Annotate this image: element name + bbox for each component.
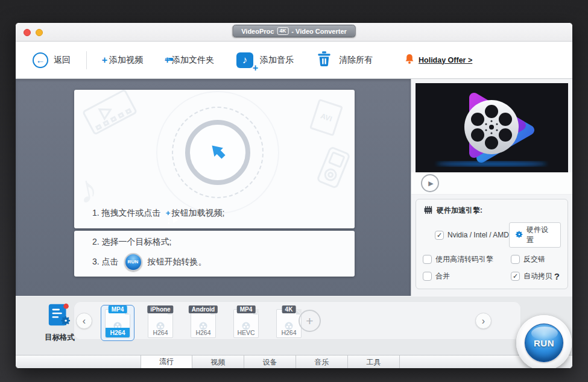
run-inline-icon: RUN <box>124 253 142 271</box>
merge-label: 合并 <box>435 271 450 281</box>
hw-title: 硬件加速引擎: <box>437 205 482 216</box>
hd-engine-label: 使用高清转码引擎 <box>435 254 493 265</box>
category-tabbar: 流行 视频 设备 音乐 工具 <box>16 355 572 368</box>
gpu-label: Nvidia / Intel / AMD <box>447 231 509 239</box>
format-name-badge: Android <box>189 305 218 313</box>
step1-text-suffix: 按钮加载视频; <box>172 208 225 219</box>
run-button[interactable]: RUN <box>525 324 563 362</box>
bell-icon <box>405 53 414 67</box>
run-label: RUN <box>534 338 554 348</box>
hardware-settings-panel: 硬件加速引擎: ✓ Nvidia / Intel / AMD <box>416 199 568 289</box>
file-icon: H264 <box>105 309 130 338</box>
step1-text-prefix: 1. 拖拽文件或点击 <box>92 208 161 219</box>
4k-badge: 4K <box>277 27 288 35</box>
close-button[interactable] <box>24 29 31 36</box>
back-arrow-icon: ← <box>33 52 48 68</box>
help-button[interactable]: ? <box>554 271 561 281</box>
toolbar-divider <box>86 51 87 69</box>
avi-watermark-icon: AVI <box>309 99 343 136</box>
traffic-lights <box>24 29 43 36</box>
videoproc-window: VideoProc 4K - Video Converter ← 返回 <box>15 22 573 369</box>
deinterlace-label: 反交错 <box>523 254 545 265</box>
gpu-checkbox[interactable]: ✓ <box>435 231 444 240</box>
back-label: 返回 <box>54 55 71 66</box>
main-area: AVI ♪ <box>16 79 411 296</box>
step2-text: 2. 选择一个目标格式; <box>92 237 171 248</box>
file-icon: HEVC <box>233 309 259 338</box>
add-format-button[interactable]: + <box>299 310 321 332</box>
chevron-right-icon: › <box>482 316 485 327</box>
chip-icon <box>423 206 434 216</box>
step2-instruction: 2. 选择一个目标格式; <box>92 237 337 248</box>
auto-copy-checkbox[interactable]: ✓ <box>511 272 520 281</box>
run-button-bezel: RUN <box>516 315 572 368</box>
format-bar: 目标格式 ‹ <box>16 296 572 355</box>
trash-icon <box>316 50 332 70</box>
cursor-arrow-icon <box>206 140 229 165</box>
gear-icon <box>515 230 523 240</box>
drop-target-button[interactable] <box>185 120 250 185</box>
back-button[interactable]: ← 返回 <box>33 52 71 68</box>
scroll-left-button[interactable]: ‹ <box>76 313 92 329</box>
target-format-icon <box>46 321 73 331</box>
holiday-offer-link[interactable]: Holiday Offer > <box>405 53 472 67</box>
add-folder-label: 添加文件夹 <box>172 55 214 66</box>
preview-controls: ▶ <box>411 172 572 195</box>
hw-settings-button[interactable]: 硬件设置 <box>509 222 561 248</box>
options-row-2: 合并 ✓ 自动拷贝 ? <box>423 271 561 281</box>
clear-all-button[interactable]: 清除所有 <box>316 50 373 70</box>
hw-settings-label: 硬件设置 <box>526 225 555 245</box>
video-preview <box>416 83 568 172</box>
format-name-badge: MP4 <box>237 305 256 313</box>
deinterlace-checkbox[interactable] <box>511 255 520 264</box>
add-music-label: 添加音乐 <box>260 55 294 66</box>
steps-panel: 2. 选择一个目标格式; 3. 点击 RUN 按钮开始转换。 <box>74 231 355 277</box>
add-music-icon: ♪ + <box>236 52 253 68</box>
app-name: VideoProc <box>241 28 274 35</box>
file-icon: H264 <box>191 309 216 338</box>
step3-text-suffix: 按钮开始转换。 <box>148 257 207 268</box>
tab-tools[interactable]: 工具 <box>348 355 400 368</box>
auto-copy-label: 自动拷贝 <box>523 271 552 281</box>
step3-instruction: 3. 点击 RUN 按钮开始转换。 <box>92 253 337 271</box>
window-title: VideoProc 4K - Video Converter <box>232 25 356 37</box>
clear-all-label: 清除所有 <box>339 55 373 66</box>
play-button[interactable]: ▶ <box>421 174 439 192</box>
toolbar: ← 返回 + 添加视频 + 添加文件夹 <box>16 42 572 79</box>
codec-label: H264 <box>191 329 215 336</box>
hd-engine-checkbox[interactable] <box>423 255 432 264</box>
format-cards: H264 MP4 H264 <box>101 305 306 341</box>
tab-video[interactable]: 视频 <box>192 355 244 368</box>
step3-text-prefix: 3. 点击 <box>92 257 119 268</box>
tab-popular[interactable]: 流行 <box>141 355 192 368</box>
tab-device[interactable]: 设备 <box>244 355 296 368</box>
gpu-option-row: ✓ Nvidia / Intel / AMD 硬件设置 <box>423 222 561 248</box>
hw-title-row: 硬件加速引擎: <box>423 205 561 216</box>
plus-icon: + <box>306 315 313 327</box>
codec-label: HEVC <box>234 329 258 336</box>
merge-checkbox[interactable] <box>423 272 432 281</box>
step1-instruction: 1. 拖拽文件或点击 + 按钮加载视频; <box>92 208 224 219</box>
file-icon: H264 <box>276 309 302 338</box>
drop-zone[interactable]: AVI ♪ <box>74 90 355 228</box>
codec-label: H264 <box>106 328 130 337</box>
filmstrip-watermark-icon <box>80 90 139 137</box>
format-card-android-h264[interactable]: H264 Android <box>186 305 220 341</box>
scroll-right-button[interactable]: › <box>475 313 492 329</box>
ipod-watermark-icon <box>314 145 353 191</box>
window-title-rest: - Video Converter <box>291 28 347 35</box>
add-folder-button[interactable]: + 添加文件夹 <box>165 55 214 66</box>
play-icon: ▶ <box>428 180 433 187</box>
format-card-mp4-h264[interactable]: H264 MP4 <box>101 305 134 341</box>
holiday-offer-label: Holiday Offer > <box>419 56 472 64</box>
options-row-1: 使用高清转码引擎 反交错 <box>423 254 561 265</box>
format-card-iphone-h264[interactable]: H264 iPhone <box>144 305 177 341</box>
add-video-button[interactable]: + 添加视频 <box>103 55 143 66</box>
format-name-badge: MP4 <box>109 305 127 313</box>
tab-music[interactable]: 音乐 <box>296 355 348 368</box>
add-music-button[interactable]: ♪ + 添加音乐 <box>236 52 294 68</box>
format-name-badge: 4K <box>282 305 296 313</box>
minimize-button[interactable] <box>36 29 43 36</box>
format-card-mp4-hevc[interactable]: HEVC MP4 <box>229 305 263 341</box>
desktop-background: VideoProc 4K - Video Converter ← 返回 <box>0 0 588 382</box>
